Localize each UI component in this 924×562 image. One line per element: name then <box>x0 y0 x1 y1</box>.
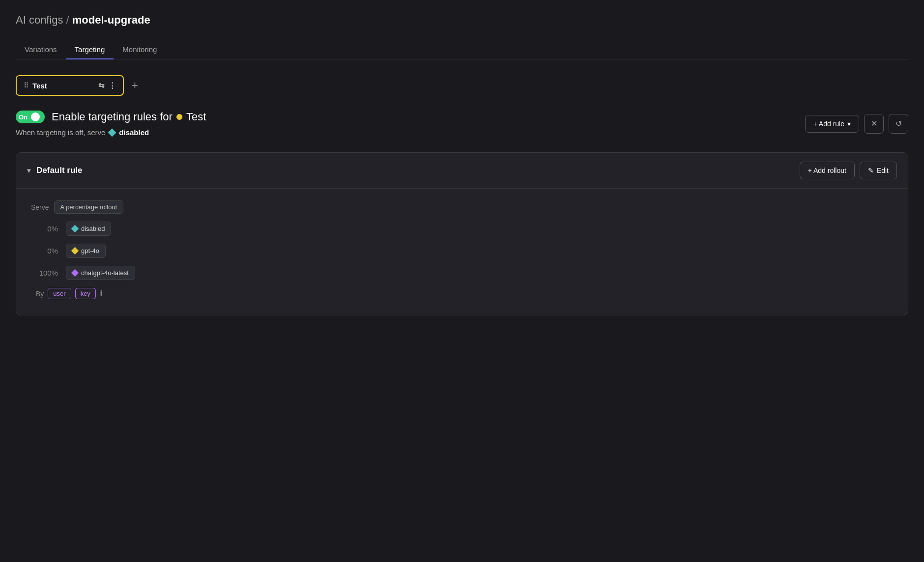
edit-icon: ✎ <box>868 167 874 174</box>
env-actions: ⇆ ⋮ <box>98 81 116 90</box>
close-icon: ✕ <box>871 119 877 128</box>
breadcrumb-current: model-upgrade <box>72 14 150 27</box>
targeting-toggle[interactable]: On <box>16 111 45 123</box>
variation-chip-disabled[interactable]: disabled <box>66 222 111 236</box>
history-icon: ↺ <box>895 119 902 128</box>
toggle-circle <box>31 112 40 121</box>
rule-header: ▾ Default rule + Add rollout ✎ Edit <box>16 153 908 189</box>
env-dot-icon <box>176 114 182 120</box>
by-label: By <box>36 290 44 298</box>
info-icon[interactable]: ℹ <box>100 289 103 298</box>
toggle-label: On <box>19 113 28 121</box>
drag-icon: ⠿ <box>24 82 29 89</box>
env-button[interactable]: ⠿ Test ⇆ ⋮ <box>16 75 124 96</box>
edit-label: Edit <box>877 167 889 174</box>
chevron-down-icon: ▾ <box>847 120 851 128</box>
targeting-left: On Enable targeting rules for Test When … <box>16 111 206 137</box>
targeting-env-name: Test <box>186 111 206 123</box>
variation-name-gpt4o: gpt-4o <box>81 247 99 254</box>
add-rollout-label: + Add rollout <box>808 167 846 174</box>
rollout-pct-chatgpt4o: 100% <box>36 269 58 277</box>
tab-monitoring[interactable]: Monitoring <box>114 40 166 59</box>
serve-variation: disabled <box>119 128 149 137</box>
rollout-item-disabled: 0% disabled <box>31 222 893 236</box>
rollout-item-gpt4o: 0% gpt-4o <box>31 244 893 258</box>
default-rule-card: ▾ Default rule + Add rollout ✎ Edit Serv… <box>16 152 908 315</box>
env-selector-row: ⠿ Test ⇆ ⋮ + <box>16 75 908 96</box>
diamond-yellow-icon <box>71 247 79 255</box>
tabs-nav: Variations Targeting Monitoring <box>16 40 908 59</box>
close-button[interactable]: ✕ <box>864 114 884 134</box>
targeting-title: Enable targeting rules for Test <box>52 111 206 123</box>
rule-actions: + Add rollout ✎ Edit <box>800 162 897 179</box>
add-rule-button[interactable]: + Add rule ▾ <box>805 115 859 133</box>
variation-name-chatgpt4o: chatgpt-4o-latest <box>81 269 129 277</box>
targeting-title-row: On Enable targeting rules for Test <box>16 111 206 123</box>
edit-button[interactable]: ✎ Edit <box>860 162 897 179</box>
diamond-teal-icon <box>71 225 79 233</box>
variation-name-disabled: disabled <box>81 225 105 232</box>
history-button[interactable]: ↺ <box>889 114 908 134</box>
variation-chip-gpt4o[interactable]: gpt-4o <box>66 244 106 258</box>
tag-user[interactable]: user <box>48 288 71 299</box>
breadcrumb: AI configs / model-upgrade <box>16 14 908 27</box>
breadcrumb-separator: / <box>66 14 69 27</box>
rule-chevron-icon[interactable]: ▾ <box>27 167 30 174</box>
tab-variations[interactable]: Variations <box>16 40 66 59</box>
rule-body: Serve A percentage rollout 0% disabled 0… <box>16 189 908 315</box>
env-name: Test <box>32 82 94 90</box>
rollout-badge[interactable]: A percentage rollout <box>54 200 124 214</box>
add-rule-label: + Add rule <box>813 120 844 128</box>
serve-diamond-icon <box>108 128 116 137</box>
rollout-pct-gpt4o: 0% <box>36 247 58 255</box>
serve-text: Serve <box>31 203 49 211</box>
targeting-header: On Enable targeting rules for Test When … <box>16 111 908 137</box>
tag-key[interactable]: key <box>75 288 96 299</box>
rotate-icon[interactable]: ⇆ <box>98 81 105 90</box>
rule-title-row: ▾ Default rule <box>27 166 83 175</box>
targeting-section: On Enable targeting rules for Test When … <box>16 111 908 137</box>
rule-title: Default rule <box>36 166 83 175</box>
rollout-pct-disabled: 0% <box>36 225 58 233</box>
targeting-title-prefix: Enable targeting rules for <box>52 111 173 123</box>
variation-chip-chatgpt4o[interactable]: chatgpt-4o-latest <box>66 266 135 280</box>
by-row: By user key ℹ <box>31 288 893 299</box>
serve-off-prefix: When targeting is off, serve <box>16 128 105 137</box>
add-env-button[interactable]: + <box>129 77 141 94</box>
breadcrumb-parent[interactable]: AI configs <box>16 14 63 27</box>
targeting-right: + Add rule ▾ ✕ ↺ <box>805 114 908 134</box>
rollout-item-chatgpt4o: 100% chatgpt-4o-latest <box>31 266 893 280</box>
add-rollout-button[interactable]: + Add rollout <box>800 162 855 179</box>
serve-label-row: Serve A percentage rollout <box>31 200 893 214</box>
more-icon[interactable]: ⋮ <box>109 81 116 90</box>
tab-targeting[interactable]: Targeting <box>66 40 114 59</box>
diamond-purple-icon <box>71 269 79 277</box>
serve-off-row: When targeting is off, serve disabled <box>16 128 206 137</box>
